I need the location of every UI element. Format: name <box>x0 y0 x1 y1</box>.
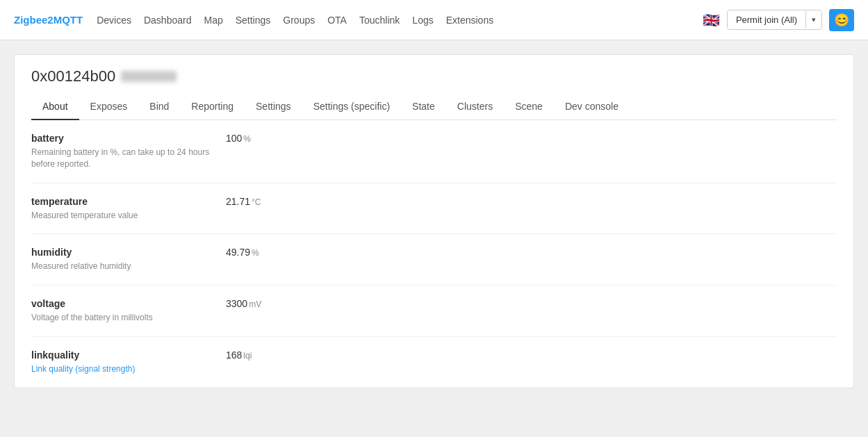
table-row: linkquality Link quality (signal strengt… <box>31 337 837 388</box>
nav-devices[interactable]: Devices <box>97 15 131 26</box>
device-id-redacted <box>121 71 177 82</box>
emoji-button[interactable]: 😊 <box>829 9 854 31</box>
nav-extensions[interactable]: Extensions <box>446 15 493 26</box>
metric-unit-battery: % <box>243 134 251 144</box>
metric-number-battery: 100 <box>226 133 242 144</box>
tab-reporting[interactable]: Reporting <box>180 94 245 120</box>
table-row: temperature Measured temperature value 2… <box>31 183 837 235</box>
metric-value-humidity: 49.79% <box>226 247 259 258</box>
permit-join-button[interactable]: Permit join (All) <box>728 10 805 29</box>
nav-dashboard[interactable]: Dashboard <box>144 15 192 26</box>
navbar-links: Devices Dashboard Map Settings Groups OT… <box>97 15 689 26</box>
table-row: humidity Measured relative humidity 49.7… <box>31 234 837 286</box>
tab-about[interactable]: About <box>31 94 79 120</box>
metric-label-col-temperature: temperature Measured temperature value <box>31 196 226 222</box>
nav-groups[interactable]: Groups <box>283 15 315 26</box>
metric-number-linkquality: 168 <box>226 349 242 361</box>
navbar: Zigbee2MQTT Devices Dashboard Map Settin… <box>0 0 868 40</box>
tab-scene[interactable]: Scene <box>504 94 554 120</box>
metric-label-col-battery: battery Remaining battery in %, can take… <box>31 133 226 170</box>
language-flag-icon[interactable]: 🇬🇧 <box>703 12 720 28</box>
navbar-brand[interactable]: Zigbee2MQTT <box>14 14 83 26</box>
metric-unit-voltage: mV <box>249 299 261 309</box>
tab-state[interactable]: State <box>401 94 446 120</box>
tab-exposes[interactable]: Exposes <box>79 94 139 120</box>
navbar-right: 🇬🇧 Permit join (All) ▾ 😊 <box>703 9 854 31</box>
metric-name-battery: battery <box>31 133 226 144</box>
tabs-container: About Exposes Bind Reporting Settings Se… <box>31 94 837 120</box>
metric-name-humidity: humidity <box>31 247 226 258</box>
tab-settings[interactable]: Settings <box>245 94 302 120</box>
device-card: 0x00124b00 About Exposes Bind Reporting … <box>14 54 854 388</box>
metric-value-voltage: 3300mV <box>226 298 261 309</box>
metric-name-voltage: voltage <box>31 298 226 309</box>
metric-value-battery: 100% <box>226 133 251 144</box>
emoji-icon: 😊 <box>834 13 849 28</box>
app-container: Zigbee2MQTT Devices Dashboard Map Settin… <box>0 0 868 437</box>
device-id-text: 0x00124b00 <box>31 67 115 85</box>
permit-join-control: Permit join (All) ▾ <box>727 10 822 30</box>
table-row: battery Remaining battery in %, can take… <box>31 120 837 183</box>
metric-desc-linkquality: Link quality (signal strength) <box>31 363 226 375</box>
nav-touchlink[interactable]: Touchlink <box>359 15 400 26</box>
metric-number-temperature: 21.71 <box>226 196 250 207</box>
metric-unit-linkquality: lqi <box>243 351 252 361</box>
metric-unit-humidity: % <box>252 248 259 258</box>
metric-label-col-humidity: humidity Measured relative humidity <box>31 247 226 272</box>
data-section: battery Remaining battery in %, can take… <box>15 120 853 388</box>
metric-desc-voltage: Voltage of the battery in millivolts <box>31 312 226 324</box>
device-header: 0x00124b00 About Exposes Bind Reporting … <box>15 55 853 120</box>
metric-label-col-voltage: voltage Voltage of the battery in milliv… <box>31 298 226 324</box>
metric-unit-temperature: °C <box>252 197 261 207</box>
metric-number-humidity: 49.79 <box>226 247 250 258</box>
tab-dev-console[interactable]: Dev console <box>554 94 630 120</box>
metric-desc-battery: Remaining battery in %, can take up to 2… <box>31 147 226 170</box>
metric-value-linkquality: 168lqi <box>226 349 252 361</box>
permit-join-dropdown-icon[interactable]: ▾ <box>805 11 821 28</box>
metric-number-voltage: 3300 <box>226 298 247 309</box>
main-content: 0x00124b00 About Exposes Bind Reporting … <box>0 40 868 437</box>
nav-settings[interactable]: Settings <box>236 15 271 26</box>
metric-label-col-linkquality: linkquality Link quality (signal strengt… <box>31 349 226 375</box>
table-row: voltage Voltage of the battery in milliv… <box>31 286 837 337</box>
device-id: 0x00124b00 <box>31 67 837 85</box>
metric-desc-humidity: Measured relative humidity <box>31 261 226 272</box>
metric-name-linkquality: linkquality <box>31 349 226 361</box>
metric-desc-temperature: Measured temperature value <box>31 210 226 222</box>
tab-clusters[interactable]: Clusters <box>446 94 504 120</box>
nav-ota[interactable]: OTA <box>327 15 347 26</box>
metric-name-temperature: temperature <box>31 196 226 207</box>
nav-logs[interactable]: Logs <box>412 15 433 26</box>
tab-bind[interactable]: Bind <box>138 94 180 120</box>
metric-value-temperature: 21.71°C <box>226 196 261 207</box>
nav-map[interactable]: Map <box>204 15 222 26</box>
tab-settings-specific[interactable]: Settings (specific) <box>302 94 401 120</box>
